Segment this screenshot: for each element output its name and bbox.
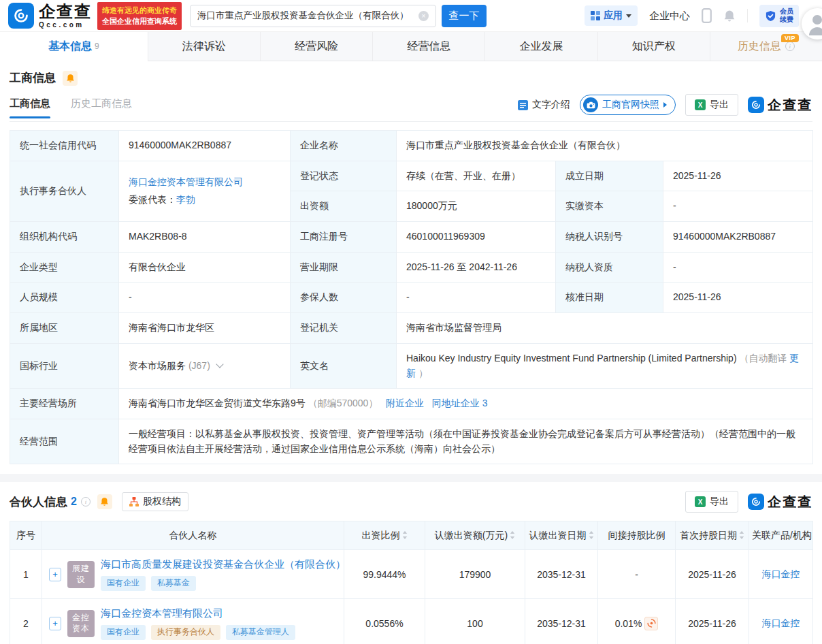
first-holding-date: 2025-11-26 xyxy=(676,599,749,644)
search-button[interactable]: 查一下 xyxy=(442,5,487,27)
table-row: 执行事务合伙人 海口金控资本管理有限公司 委派代表：李勃 登记状态 存续（在营、… xyxy=(10,161,813,191)
table-row: 所属地区 海南省海口市龙华区 登记机关 海南省市场监督管理局 xyxy=(10,313,813,344)
vip-renew-button[interactable]: 会员 续费 xyxy=(759,5,799,27)
business-info-title: 工商信息 xyxy=(10,70,56,86)
tab-count: 9 xyxy=(95,42,99,51)
tab-legal-litigation[interactable]: 法律诉讼 xyxy=(148,32,261,61)
expand-row-button[interactable] xyxy=(49,617,61,630)
mobile-app-icon[interactable] xyxy=(702,8,712,23)
sort-icon[interactable] xyxy=(589,530,594,541)
search-clear-icon[interactable] xyxy=(418,11,429,21)
subtab-history-business-info[interactable]: 历史工商信息 xyxy=(71,97,132,118)
enterprise-center-link[interactable]: 企业中心 xyxy=(649,10,690,22)
equity-structure-button[interactable]: 股权结构 xyxy=(122,492,188,511)
sort-icon[interactable] xyxy=(739,530,744,541)
monitor-bell-icon[interactable] xyxy=(63,71,78,86)
partners-table-header: 序号 合伙人名称 出资比例 认缴出资额(万元) 认缴出资日期 间接持股比例 首次… xyxy=(10,521,813,550)
vip-badge-icon xyxy=(765,10,776,22)
logo-subtext: Qcc.com xyxy=(39,21,92,29)
partner-tag: 私募基金 xyxy=(151,576,196,591)
exec-partner-link[interactable]: 海口金控资本管理有限公司 xyxy=(129,176,243,187)
text-intro-button[interactable]: 文字介绍 xyxy=(518,99,570,111)
subscribed-amount: 100 xyxy=(425,599,525,644)
business-info-table: 统一社会信用代码 91460000MAK2RB0887 企业名称 海口市重点产业… xyxy=(10,130,813,464)
monitor-bell-icon[interactable] xyxy=(97,494,112,509)
same-address-companies-link[interactable]: 同地址企业 3 xyxy=(432,398,488,408)
contribution-ratio: 0.0556% xyxy=(344,599,425,644)
contribution-ratio: 99.9444% xyxy=(344,550,425,599)
partner-row: 2 金控 资本 海口金控资本管理有限公司 国有企业 执行事务合伙人 私募基金管理… xyxy=(10,599,813,644)
brand-slogan: 缔造有远见的商业传奇 全国企业信用查询系统 xyxy=(97,2,182,30)
notification-bell-icon[interactable] xyxy=(723,10,736,22)
qcc-watermark-logo: 企查查 xyxy=(748,96,812,114)
partner-tag: 私募基金管理人 xyxy=(226,625,295,640)
related-org-link[interactable]: 海口金控 xyxy=(762,568,800,579)
partner-avatar: 展建 设 xyxy=(67,561,95,588)
table-row: 组织机构代码 MAK2RB08-8 工商注册号 460100011969309 … xyxy=(10,222,813,253)
delegate-link[interactable]: 李勃 xyxy=(176,194,195,205)
partner-index: 2 xyxy=(10,599,42,644)
table-row: 国标行业 资本市场服务 (J67) 英文名 Haikou Key Industr… xyxy=(10,343,813,388)
main-nav-tabs: 基本信息 9 法律诉讼 经营风险 经营信息 企业发展 知识产权 VIP 历史信息 xyxy=(0,31,822,61)
indirect-ratio: 0.01% xyxy=(598,599,676,644)
partners-table: 序号 合伙人名称 出资比例 认缴出资额(万元) 认缴出资日期 间接持股比例 首次… xyxy=(10,521,813,644)
partner-name-link[interactable]: 海口市高质量发展建设投资基金合伙企业（有限合伙） xyxy=(101,558,341,571)
partner-avatar: 金控 资本 xyxy=(67,610,95,637)
subtab-business-info[interactable]: 工商信息 xyxy=(10,97,50,118)
text-intro-icon xyxy=(518,100,528,110)
apps-menu-button[interactable]: 应用 xyxy=(585,5,638,26)
export-button[interactable]: 导出 xyxy=(685,491,738,513)
related-org-link[interactable]: 海口金控 xyxy=(762,617,800,628)
qcc-logo[interactable]: 企查查 Qcc.com xyxy=(8,3,92,29)
qcc-watermark-logo: 企查查 xyxy=(748,493,812,511)
info-icon[interactable] xyxy=(785,42,795,51)
table-row: 统一社会信用代码 91460000MAK2RB0887 企业名称 海口市重点产业… xyxy=(10,131,813,161)
apps-grid-icon xyxy=(591,11,600,20)
table-row: 经营范围 一般经营项目：以私募基金从事股权投资、投资管理、资产管理等活动（须在中… xyxy=(10,419,813,464)
expand-row-button[interactable] xyxy=(49,568,61,581)
search-box[interactable] xyxy=(190,5,436,27)
tab-basic-info[interactable]: 基本信息 9 xyxy=(0,32,148,61)
section-divider xyxy=(0,474,822,482)
camera-icon xyxy=(583,97,598,112)
excel-icon xyxy=(695,496,706,507)
tab-company-development[interactable]: 企业发展 xyxy=(485,32,597,61)
penetration-icon[interactable] xyxy=(644,617,658,630)
official-snapshot-button[interactable]: 工商官网快照 xyxy=(580,95,676,115)
qcc-logo-icon xyxy=(748,97,764,113)
subscribed-date: 2035-12-31 xyxy=(525,550,598,599)
partner-name-link[interactable]: 海口金控资本管理有限公司 xyxy=(101,607,295,620)
equity-structure-icon xyxy=(129,497,139,506)
tab-operation-info[interactable]: 经营信息 xyxy=(373,32,485,61)
partners-title: 合伙人信息 xyxy=(10,494,67,510)
sort-icon[interactable] xyxy=(402,530,408,541)
caret-down-icon xyxy=(626,14,631,18)
sort-icon[interactable] xyxy=(510,530,515,541)
partner-tag: 国有企业 xyxy=(101,625,146,640)
partner-row: 1 展建 设 海口市高质量发展建设投资基金合伙企业（有限合伙） 国有企业 私募基… xyxy=(10,550,813,599)
partner-tag: 执行事务合伙人 xyxy=(151,625,220,640)
search-input[interactable] xyxy=(197,11,418,21)
qcc-logo-icon xyxy=(748,494,764,510)
nearby-companies-link[interactable]: 附近企业 xyxy=(386,398,424,408)
subscribed-date: 2035-12-31 xyxy=(525,599,598,644)
chevron-down-icon[interactable] xyxy=(216,360,223,368)
tab-operation-risk[interactable]: 经营风险 xyxy=(261,32,373,61)
logo-text: 企查查 xyxy=(39,3,92,20)
arrow-right-icon xyxy=(663,102,667,108)
info-icon[interactable] xyxy=(81,497,91,506)
tab-intellectual-property[interactable]: 知识产权 xyxy=(598,32,710,61)
tab-history-info[interactable]: VIP 历史信息 xyxy=(710,32,822,61)
vip-badge: VIP xyxy=(781,34,799,42)
table-row: 人员规模 - 参保人数 - 核准日期 2025-11-26 xyxy=(10,283,813,313)
table-row: 企业类型 有限合伙企业 营业期限 2025-11-26 至 2042-11-26… xyxy=(10,252,813,283)
partners-count: 2 xyxy=(71,496,77,508)
export-button[interactable]: 导出 xyxy=(685,94,738,116)
first-holding-date: 2025-11-26 xyxy=(676,550,749,599)
indirect-ratio: - xyxy=(598,550,676,599)
top-bar: 企查查 Qcc.com 缔造有远见的商业传奇 全国企业信用查询系统 查一下 应用… xyxy=(0,0,822,31)
excel-icon xyxy=(695,99,706,110)
partner-tag: 国有企业 xyxy=(101,576,146,591)
partner-index: 1 xyxy=(10,550,42,599)
table-row: 主要经营场所 海南省海口市龙华区金贸街道文华东路9号 （邮编570000） 附近… xyxy=(10,389,813,419)
